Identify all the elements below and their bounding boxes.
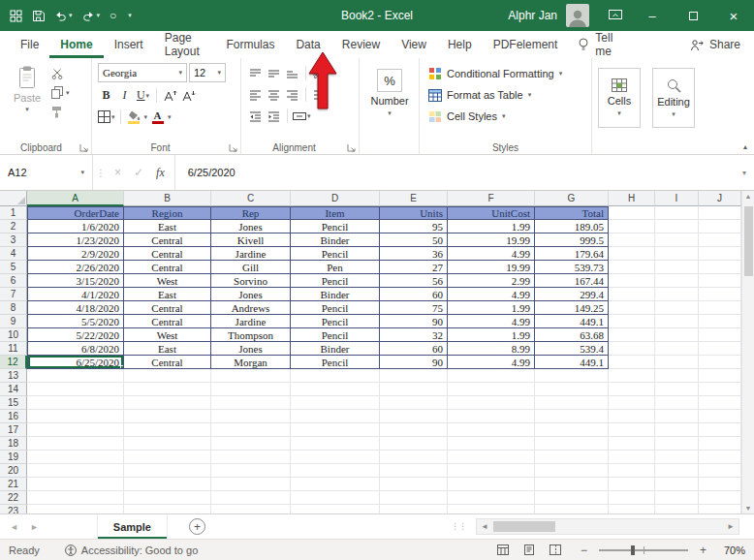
table-cell-E5[interactable]: 27 [380, 261, 448, 274]
cell-C21[interactable] [211, 478, 291, 491]
cell-H21[interactable] [609, 478, 655, 491]
tell-me-button[interactable]: Tell me [568, 31, 640, 58]
table-cell-G8[interactable]: 149.25 [535, 301, 609, 315]
cell-E14[interactable] [380, 383, 448, 396]
zoom-in-icon[interactable]: + [700, 544, 707, 557]
cell-H8[interactable] [609, 301, 655, 315]
increase-indent-icon[interactable] [266, 108, 282, 124]
cell-H20[interactable] [609, 464, 655, 478]
cell-E21[interactable] [380, 478, 448, 491]
tab-help[interactable]: Help [437, 31, 483, 58]
row-header-5[interactable]: 5 [0, 261, 27, 274]
cell-H18[interactable] [609, 437, 655, 451]
cell-F13[interactable] [448, 369, 535, 383]
scroll-down-icon[interactable]: ▼ [745, 505, 752, 512]
cell-J17[interactable] [699, 423, 741, 437]
cell-I10[interactable] [655, 328, 699, 342]
table-header-A1[interactable]: OrderDate [27, 206, 124, 220]
row-header-13[interactable]: 13 [0, 369, 27, 383]
cell-B21[interactable] [124, 478, 211, 491]
cell-G17[interactable] [535, 423, 609, 437]
table-cell-E7[interactable]: 60 [380, 288, 448, 301]
align-left-icon[interactable] [247, 86, 264, 103]
name-box[interactable]: A12 ▾ [0, 155, 93, 190]
cell-J19[interactable] [699, 451, 741, 464]
cell-F22[interactable] [448, 491, 535, 505]
decrease-indent-icon[interactable] [247, 108, 264, 124]
align-bottom-icon[interactable] [284, 65, 300, 81]
table-cell-G5[interactable]: 539.73 [535, 261, 609, 274]
cell-A19[interactable] [27, 451, 124, 464]
table-cell-E10[interactable]: 32 [380, 328, 448, 342]
table-cell-B12[interactable]: Central [124, 356, 211, 369]
cell-C20[interactable] [211, 464, 291, 478]
conditional-formatting-button[interactable]: Conditional Formatting ▾ [425, 63, 587, 84]
cell-F23[interactable] [448, 505, 535, 513]
cell-I13[interactable] [655, 369, 699, 383]
table-cell-A12[interactable]: 6/25/2020 [27, 356, 124, 369]
font-color-icon[interactable]: A [149, 109, 166, 125]
table-cell-C7[interactable]: Jones [211, 288, 291, 301]
table-cell-C11[interactable]: Jones [211, 342, 291, 356]
cell-I6[interactable] [655, 274, 699, 288]
table-cell-E2[interactable]: 95 [380, 220, 448, 233]
table-header-G1[interactable]: Total [535, 206, 609, 220]
tab-insert[interactable]: Insert [104, 31, 154, 58]
cell-I8[interactable] [655, 301, 699, 315]
enter-icon[interactable]: ✓ [134, 166, 143, 179]
sheet-tab-sample[interactable]: Sample [97, 514, 168, 539]
cell-H7[interactable] [609, 288, 655, 301]
cell-H23[interactable] [609, 505, 655, 513]
column-header-F[interactable]: F [448, 191, 535, 206]
tab-formulas[interactable]: Formulas [215, 31, 285, 58]
scroll-left-icon[interactable]: ◄ [481, 522, 488, 531]
row-header-1[interactable]: 1 [0, 206, 27, 220]
cell-A16[interactable] [27, 410, 124, 423]
cell-J18[interactable] [699, 437, 741, 451]
cell-C14[interactable] [211, 383, 291, 396]
cell-D14[interactable] [291, 383, 380, 396]
cell-D17[interactable] [291, 423, 380, 437]
table-header-B1[interactable]: Region [124, 206, 211, 220]
table-cell-D3[interactable]: Binder [291, 233, 380, 247]
table-cell-G6[interactable]: 167.44 [535, 274, 609, 288]
cell-G14[interactable] [535, 383, 609, 396]
cell-I20[interactable] [655, 464, 699, 478]
align-right-icon[interactable] [284, 86, 300, 103]
cell-D20[interactable] [291, 464, 380, 478]
cell-G16[interactable] [535, 410, 609, 423]
table-cell-F12[interactable]: 4.99 [448, 356, 535, 369]
table-cell-F9[interactable]: 4.99 [448, 315, 535, 328]
cell-G19[interactable] [535, 451, 609, 464]
cell-B17[interactable] [124, 423, 211, 437]
editing-button[interactable]: Editing ▾ [652, 68, 695, 128]
formula-bar-grip[interactable]: ⋮ [93, 168, 109, 178]
table-cell-C3[interactable]: Kivell [211, 233, 291, 247]
scrollbar-grip[interactable]: ⋮⋮ [451, 521, 466, 531]
table-cell-D4[interactable]: Pencil [291, 247, 380, 261]
increase-font-size-icon[interactable] [162, 87, 178, 104]
cell-B16[interactable] [124, 410, 211, 423]
cell-H14[interactable] [609, 383, 655, 396]
cell-J11[interactable] [699, 342, 741, 356]
cell-G22[interactable] [535, 491, 609, 505]
cell-J13[interactable] [699, 369, 741, 383]
cell-J15[interactable] [699, 396, 741, 410]
table-cell-B10[interactable]: West [124, 328, 211, 342]
table-cell-F11[interactable]: 8.99 [448, 342, 535, 356]
font-size-select[interactable]: 12 ▾ [189, 63, 226, 82]
cell-H9[interactable] [609, 315, 655, 328]
cell-A15[interactable] [27, 396, 124, 410]
cell-J10[interactable] [699, 328, 741, 342]
cell-A18[interactable] [27, 437, 124, 451]
cell-I4[interactable] [655, 247, 699, 261]
excel-app-icon[interactable] [10, 7, 22, 24]
table-cell-G4[interactable]: 179.64 [535, 247, 609, 261]
row-header-16[interactable]: 16 [0, 410, 27, 423]
cell-C23[interactable] [211, 505, 291, 513]
cell-G15[interactable] [535, 396, 609, 410]
table-cell-F8[interactable]: 1.99 [448, 301, 535, 315]
cell-I1[interactable] [655, 206, 699, 220]
cell-D18[interactable] [291, 437, 380, 451]
cell-G13[interactable] [535, 369, 609, 383]
